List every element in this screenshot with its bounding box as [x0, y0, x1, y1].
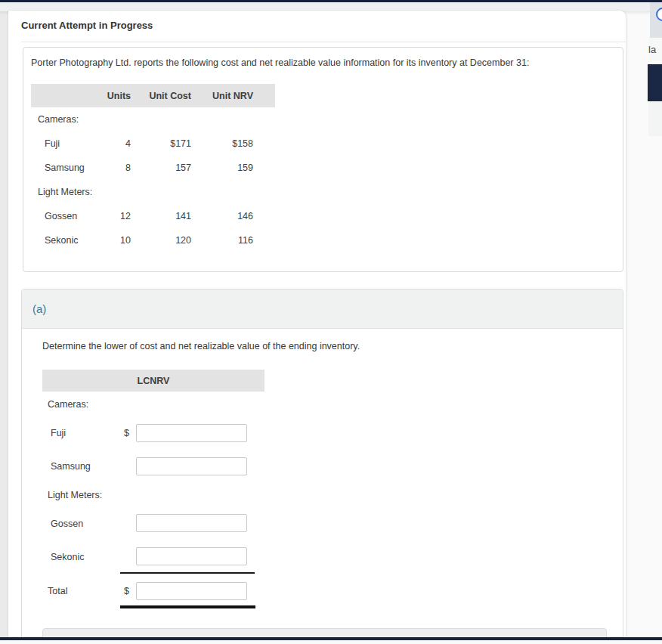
table-row: Cameras:: [31, 107, 275, 132]
bottom-page-band: [0, 640, 662, 644]
top-border-bar: [0, 0, 662, 2]
cell-nrv: 116: [191, 235, 253, 246]
inventory-table-header: Units Unit Cost Unit NRV: [31, 84, 275, 107]
total-currency-symbol: $: [124, 586, 129, 596]
cell-cost: 141: [131, 211, 191, 221]
left-page-gutter: [0, 11, 8, 644]
side-panel-link-clipped[interactable]: la: [648, 38, 662, 60]
gossen-label: Gossen: [51, 519, 83, 529]
row-label: Cameras:: [31, 114, 101, 125]
lcnrv-header-label: LCNRV: [138, 376, 170, 386]
cell-units: 4: [101, 138, 131, 149]
col-unit-nrv: Unit NRV: [191, 91, 253, 101]
subtotal-rule: [120, 572, 255, 574]
cell-units: 8: [101, 163, 131, 173]
sekonic-label: Sekonic: [51, 552, 84, 562]
samsung-label: Samsung: [51, 461, 91, 472]
row-label: Gossen: [31, 211, 101, 221]
cell-cost: $171: [131, 138, 191, 149]
cell-cost: 120: [131, 235, 191, 246]
table-row: Light Meters:: [31, 180, 275, 204]
side-panel-block-clipped: [648, 101, 662, 136]
light-meters-category-label: Light Meters:: [48, 490, 102, 500]
row-label: Fuji: [31, 138, 101, 149]
problem-box: Porter Photography Ltd. reports the foll…: [23, 47, 623, 272]
part-a-label: (a): [32, 302, 46, 315]
cell-nrv: 146: [191, 211, 253, 221]
part-a-body: Determine the lower of cost and net real…: [22, 329, 623, 644]
side-panel-link-text: la: [648, 44, 656, 55]
page-title: Current Attempt in Progress: [21, 20, 153, 31]
part-a-header: (a): [22, 289, 623, 329]
bottom-border-bar: [0, 637, 662, 640]
cell-cost: 157: [131, 163, 191, 173]
cell-units: 10: [101, 235, 131, 246]
gossen-lcnrv-input[interactable]: [136, 514, 247, 532]
inventory-table: Units Unit Cost Unit NRV Cameras: Fuji 4…: [31, 84, 275, 252]
samsung-lcnrv-input[interactable]: [136, 457, 247, 475]
total-lcnrv-input[interactable]: [136, 582, 247, 600]
problem-statement: Porter Photography Ltd. reports the foll…: [31, 57, 529, 68]
row-label: Samsung: [31, 163, 101, 173]
table-row: Fuji 4 $171 $158: [31, 132, 275, 156]
cell-nrv: $158: [191, 138, 253, 149]
total-rule: [120, 605, 255, 608]
row-label: Light Meters:: [31, 187, 101, 197]
part-a-instruction: Determine the lower of cost and net real…: [42, 341, 360, 351]
lcnrv-table-header: LCNRV: [42, 370, 264, 392]
col-unit-cost: Unit Cost: [131, 91, 191, 101]
assessment-panel: Current Attempt in Progress Porter Photo…: [8, 11, 626, 644]
total-label: Total: [48, 586, 67, 596]
fuji-currency-symbol: $: [124, 428, 129, 438]
sekonic-lcnrv-input[interactable]: [136, 547, 247, 565]
fuji-lcnrv-input[interactable]: [136, 424, 247, 442]
cell-nrv: 159: [191, 163, 253, 173]
table-row: Samsung 8 157 159: [31, 156, 275, 180]
fuji-label: Fuji: [51, 428, 66, 438]
table-row: Gossen 12 141 146: [31, 204, 275, 228]
cell-units: 12: [101, 211, 131, 221]
row-label: Sekonic: [31, 235, 101, 246]
divider: [21, 42, 626, 42]
col-units: Units: [101, 91, 131, 101]
side-panel-button-clipped[interactable]: [648, 64, 662, 101]
part-a-section: (a) Determine the lower of cost and net …: [21, 289, 623, 644]
table-row: Sekonic 10 120 116: [31, 228, 275, 252]
cameras-category-label: Cameras:: [48, 399, 88, 410]
